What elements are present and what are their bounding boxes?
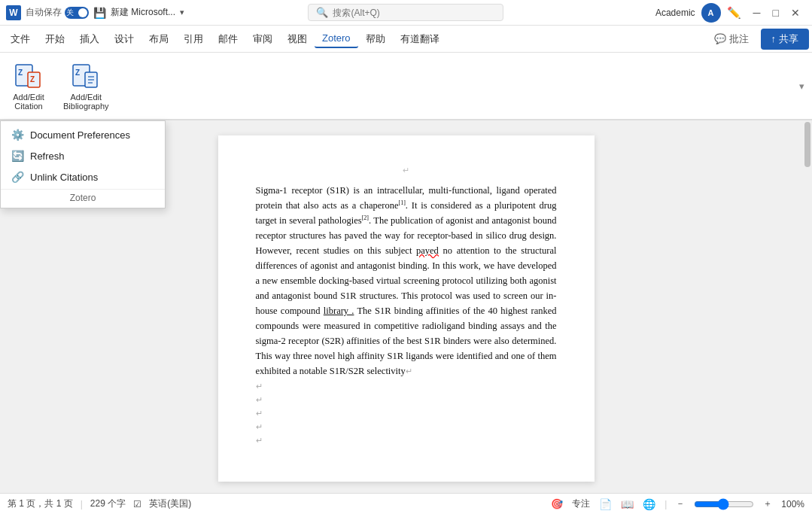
zoom-slider[interactable]	[694, 498, 754, 510]
menu-item-translate[interactable]: 有道翻译	[393, 29, 447, 49]
language[interactable]: 英语(美国)	[149, 497, 191, 510]
menu-item-start[interactable]: 开始	[38, 29, 72, 49]
share-icon: ↑	[771, 33, 777, 44]
add-edit-citation-button[interactable]: Z Z Add/Edit Citation	[6, 56, 51, 115]
document-preferences-label: Document Preferences	[30, 129, 130, 141]
title-bar-right: Academic A ✏️ ─ □ ✕	[540, 3, 806, 23]
zoom-in-icon[interactable]: ＋	[763, 497, 772, 510]
gear-icon: ⚙️	[11, 129, 24, 141]
citation-2: [2]	[362, 214, 369, 221]
autosave-label: 自动保存	[26, 6, 62, 19]
view-read-icon[interactable]: 📖	[621, 498, 634, 510]
proofing-icon[interactable]: ☑	[133, 499, 141, 509]
newline-3: ↵	[256, 406, 557, 419]
close-button[interactable]: ✕	[785, 4, 806, 22]
menu-item-zotero[interactable]: Zotero	[315, 29, 358, 48]
menu-right: 💬 批注 ↑ 共享	[708, 29, 810, 50]
user-name: Academic	[655, 8, 695, 18]
comment-icon: 💬	[714, 33, 726, 44]
header-arrow: ↵	[403, 166, 409, 175]
document-preferences-item[interactable]: ⚙️ Document Preferences	[1, 124, 165, 145]
scrollbar-thumb[interactable]	[804, 122, 810, 167]
menu-item-help[interactable]: 帮助	[358, 29, 393, 49]
search-icon: 🔍	[316, 7, 328, 18]
word-icon: W	[6, 5, 21, 20]
search-input[interactable]	[333, 8, 483, 18]
zoom-percent: 100%	[781, 499, 804, 509]
pen-icon[interactable]: ✏️	[727, 6, 741, 20]
newline-5: ↵	[256, 433, 557, 446]
paragraph-text-5: The S1R binding affinities of the 40 hig…	[256, 306, 557, 376]
unlink-citations-label: Unlink Citations	[30, 172, 98, 183]
autosave-toggle[interactable]: 关	[65, 7, 89, 19]
bibliography-icon: Z	[71, 61, 101, 91]
payed-word: payed	[416, 245, 439, 256]
svg-text:Z: Z	[18, 68, 23, 77]
file-name: 新建 Microsoft...	[111, 6, 175, 19]
status-divider-1: |	[81, 499, 83, 509]
comment-button[interactable]: 💬 批注	[708, 29, 755, 49]
menu-item-mail[interactable]: 邮件	[211, 29, 245, 49]
document-body: Sigma-1 receptor (S1R) is an intracellul…	[256, 183, 557, 379]
status-bar: 第 1 页，共 1 页 | 229 个字 ☑ 英语(美国) 🎯 专注 📄 📖 🌐…	[0, 493, 812, 514]
zoom-out-icon[interactable]: －	[676, 497, 685, 510]
status-divider-2: |	[665, 499, 667, 509]
share-button[interactable]: ↑ 共享	[761, 29, 810, 50]
menu-item-review[interactable]: 审阅	[245, 29, 280, 49]
save-icon[interactable]: 💾	[93, 7, 106, 19]
view-web-icon[interactable]: 🌐	[643, 498, 655, 510]
menu-item-file[interactable]: 文件	[3, 29, 38, 49]
autosave-area: 自动保存 关	[26, 6, 89, 19]
scrollbar-track	[803, 120, 812, 493]
comment-label: 批注	[729, 32, 749, 46]
refresh-label: Refresh	[30, 151, 65, 162]
status-right: 🎯 专注 📄 📖 🌐 | － ＋ 100%	[551, 497, 804, 510]
restore-button[interactable]: □	[767, 4, 785, 22]
title-bar-search: 🔍	[272, 4, 539, 21]
page-header: ↵	[256, 166, 557, 175]
user-avatar[interactable]: A	[701, 3, 721, 23]
refresh-icon: 🔄	[11, 150, 24, 162]
add-edit-bibliography-label: Add/Edit Bibliography	[63, 93, 109, 111]
menu-item-view[interactable]: 视图	[280, 29, 315, 49]
autosave-state: 关	[66, 8, 74, 18]
end-arrow: ↵	[406, 366, 412, 376]
menu-bar: 文件 开始 插入 设计 布局 引用 邮件 审阅 视图 Zotero 帮助 有道翻…	[0, 26, 812, 53]
newline-4: ↵	[256, 419, 557, 433]
zotero-section-label: Zotero	[1, 189, 165, 205]
menu-item-reference[interactable]: 引用	[176, 29, 211, 49]
refresh-item[interactable]: 🔄 Refresh	[1, 145, 165, 166]
svg-text:Z: Z	[75, 68, 80, 77]
title-bar-left: W 自动保存 关 💾 新建 Microsoft... ▾	[6, 5, 272, 20]
newline-1: ↵	[256, 379, 557, 392]
zotero-dropdown: ⚙️ Document Preferences 🔄 Refresh 🔗 Unli…	[0, 120, 166, 208]
unlink-citations-item[interactable]: 🔗 Unlink Citations	[1, 166, 165, 187]
view-normal-icon[interactable]: 📄	[599, 498, 612, 510]
citation-icon: Z Z	[14, 61, 44, 91]
add-edit-citation-label: Add/Edit Citation	[13, 93, 44, 111]
page-info: 第 1 页，共 1 页	[8, 497, 73, 510]
minimize-button[interactable]: ─	[747, 4, 767, 22]
focus-icon[interactable]: 🎯	[551, 498, 563, 509]
title-bar: W 自动保存 关 💾 新建 Microsoft... ▾ 🔍 Academic …	[0, 0, 812, 26]
window-controls: ─ □ ✕	[747, 4, 806, 22]
focus-label[interactable]: 专注	[572, 497, 590, 510]
newline-2: ↵	[256, 392, 557, 406]
library-link: library .	[324, 306, 354, 316]
word-count: 229 个字	[90, 497, 126, 510]
menu-item-layout[interactable]: 布局	[141, 29, 176, 49]
unlink-icon: 🔗	[11, 171, 24, 183]
svg-text:Z: Z	[30, 75, 35, 84]
document-page: ↵ Sigma-1 receptor (S1R) is an intracell…	[218, 135, 595, 482]
menu-item-insert[interactable]: 插入	[72, 29, 107, 49]
search-box: 🔍	[308, 4, 503, 21]
menu-item-design[interactable]: 设计	[107, 29, 141, 49]
filename-dropdown[interactable]: ▾	[180, 8, 184, 17]
ribbon-collapse-arrow[interactable]: ▾	[799, 81, 804, 92]
add-edit-bibliography-button[interactable]: Z Add/Edit Bibliography	[57, 56, 115, 115]
share-label: 共享	[779, 32, 798, 46]
citation-1: [1]	[398, 199, 405, 206]
ribbon-zotero-group: Z Z Add/Edit Citation Z Add/Edit Biblio	[6, 56, 115, 115]
autosave-knob	[78, 8, 87, 17]
ribbon: Z Z Add/Edit Citation Z Add/Edit Biblio	[0, 53, 812, 120]
